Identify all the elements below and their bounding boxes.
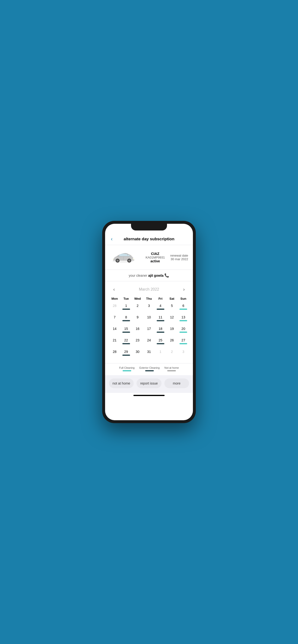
day-num: 18 [159,327,163,330]
day-num: 31 [147,350,151,354]
cleaning-bar [122,354,130,356]
day-num: 10 [147,315,151,319]
day-header-tue: Tue [120,296,132,302]
car-svg [110,249,136,266]
day-header-sun: Sun [178,296,189,302]
legend-exterior-cleaning-bar [145,370,154,371]
cleaning-bar [157,343,164,344]
car-image [110,249,136,266]
day-num: 4 [160,304,162,308]
day-num: 5 [171,304,173,308]
day-cell[interactable]: 20 [178,326,189,336]
renewal-label: renewal date [170,254,188,257]
day-num: 11 [159,315,163,319]
cleaning-bar [122,308,130,310]
day-cell[interactable]: 3 [178,349,189,360]
home-indicator [133,395,165,396]
day-num: 1 [160,350,162,354]
day-cell[interactable]: 26 [166,337,178,348]
day-cell[interactable]: 30 [132,349,143,360]
day-cell[interactable]: 31 [143,349,155,360]
day-cell[interactable]: 22 [120,337,132,348]
day-cell[interactable]: 11 [155,314,166,325]
day-num: 13 [181,315,185,319]
day-cell[interactable]: 25 [155,337,166,348]
day-num: 3 [182,350,184,354]
day-cell[interactable]: 5 [166,303,178,314]
day-cell[interactable]: 1 [155,349,166,360]
more-button[interactable]: more [164,378,189,388]
day-cell[interactable]: 6 [178,303,189,314]
day-cell[interactable]: 24 [143,337,155,348]
back-button[interactable]: ‹ [109,235,114,243]
legend-full-cleaning-label: Full Cleaning [119,366,135,369]
day-num: 20 [181,327,185,330]
day-cell[interactable]: 17 [143,326,155,336]
day-cell[interactable]: 15 [120,326,132,336]
cleaning-bar [180,332,187,333]
vehicle-section: CIAZ KA01MP9931 active renewal date 30 m… [105,245,193,270]
day-cell[interactable]: 16 [132,326,143,336]
cleaning-bar [157,332,164,333]
calendar-nav: ‹ March 2022 › [109,283,189,296]
day-cell[interactable]: 29 [120,349,132,360]
day-cell[interactable]: 2 [166,349,178,360]
cleaning-bar [180,343,187,344]
svg-point-2 [117,260,119,262]
day-num: 19 [170,327,174,330]
week-row: 28 1 2 3 4 5 6 [109,303,189,314]
cleaning-bar [122,332,130,333]
phone-icon[interactable]: 📞 [164,273,169,278]
day-cell[interactable]: 23 [132,337,143,348]
legend-section: Full Cleaning Exterior Cleaning Not at h… [105,363,193,375]
report-issue-button[interactable]: report issue [136,378,161,388]
next-month-button[interactable]: › [181,286,187,293]
day-cell[interactable]: 28 [109,349,120,360]
day-num: 9 [136,315,138,319]
day-cell[interactable]: 2 [132,303,143,314]
day-cell[interactable]: 8 [120,314,132,325]
day-num: 3 [148,304,150,308]
day-cell[interactable]: 28 [109,303,120,314]
day-cell[interactable]: 12 [166,314,178,325]
svg-point-6 [112,258,114,260]
day-cell[interactable]: 7 [109,314,120,325]
day-cell[interactable]: 19 [166,326,178,336]
day-cell[interactable]: 27 [178,337,189,348]
phone-frame: ‹ alternate day subscription [102,221,196,423]
action-buttons: not at home report issue more [105,375,193,393]
week-row: 7 8 9 10 11 12 13 [109,314,189,325]
day-cell[interactable]: 13 [178,314,189,325]
prev-month-button[interactable]: ‹ [111,286,117,293]
day-cell[interactable]: 14 [109,326,120,336]
legend-exterior-cleaning-label: Exterior Cleaning [139,366,160,369]
day-cell[interactable]: 18 [155,326,166,336]
cleaning-bar [122,343,130,344]
day-header-thu: Thu [143,296,155,302]
cleaning-bar [157,308,164,310]
cleaning-bar [157,320,164,321]
vehicle-status: active [140,259,170,263]
day-cell[interactable]: 1 [120,303,132,314]
day-num: 30 [135,350,139,354]
day-cell[interactable]: 3 [143,303,155,314]
day-num: 26 [170,338,174,342]
day-header-wed: Wed [132,296,143,302]
svg-point-4 [128,260,130,262]
day-num: 15 [124,327,128,330]
day-cell[interactable]: 10 [143,314,155,325]
day-num: 17 [147,327,151,330]
day-cell[interactable]: 4 [155,303,166,314]
day-num: 16 [135,327,139,330]
day-num: 23 [135,338,139,342]
day-cell[interactable]: 9 [132,314,143,325]
day-headers: Mon Tue Wed Thu Fri Sat Sun [109,296,189,302]
day-cell[interactable]: 21 [109,337,120,348]
calendar-weeks: 28 1 2 3 4 5 6 7 8 9 [109,303,189,360]
day-header-sat: Sat [166,296,178,302]
cleaner-name: ajit gowla [148,274,164,278]
not-at-home-button[interactable]: not at home [109,378,134,388]
calendar-section: ‹ March 2022 › Mon Tue Wed Thu Fri Sat S… [105,281,193,363]
phone-screen: ‹ alternate day subscription [105,224,193,420]
cleaner-section: your cleaner ajit gowla 📞 [105,270,193,281]
